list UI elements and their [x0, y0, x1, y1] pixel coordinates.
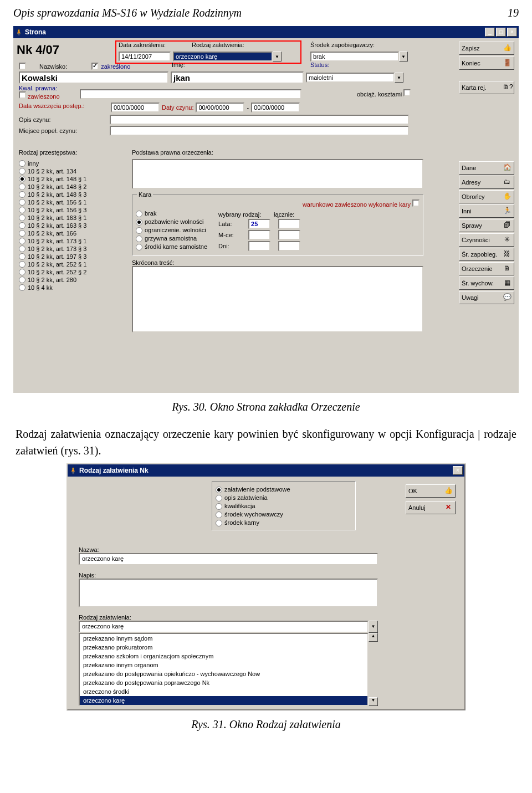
panel-button-inni[interactable]: Inni🏃 — [459, 204, 514, 218]
chevron-down-icon[interactable]: ▼ — [395, 73, 403, 83]
radio-przestepstwo[interactable]: 10 § 2 kk, art. 252 § 1 — [19, 261, 124, 268]
cancel-button[interactable]: Anuluj✕ — [406, 501, 456, 514]
panel-button-uwagi[interactable]: Uwagi💬 — [459, 291, 514, 304]
field-data-czynu-od[interactable]: 00/00/0000 — [196, 103, 244, 112]
list-item[interactable]: orzeczono karę — [80, 696, 367, 705]
list-item[interactable]: orzeczono środki — [80, 687, 367, 696]
field-skrocona[interactable] — [132, 266, 423, 332]
panel-button-adresy[interactable]: Adresy🗂 — [459, 176, 514, 189]
combo-srodek-zapobieg[interactable]: brak ▼ — [310, 52, 408, 62]
label-imie: Imię: — [172, 62, 185, 68]
minimize-button[interactable]: _ — [485, 28, 495, 37]
list-item[interactable]: przekazano innym organom — [80, 661, 367, 669]
radio-przestepstwo[interactable]: 10 § 2 kk, art. 163 § 3 — [19, 222, 124, 229]
ok-button[interactable]: OK👍 — [406, 484, 456, 498]
radio-kara[interactable]: środki karne samoistne — [136, 243, 207, 250]
chevron-down-icon[interactable]: ▼ — [273, 52, 282, 62]
field-podstawa[interactable] — [132, 159, 423, 189]
scroll-down-icon[interactable]: ▼ — [369, 697, 378, 706]
field-data-czynu-do[interactable]: 00/00/0000 — [251, 103, 300, 112]
radio-przestepstwo[interactable]: 10 § 2 kk, art. 173 § 3 — [19, 245, 124, 252]
field-dni[interactable] — [248, 241, 270, 251]
radio-przestepstwo[interactable]: 10 § 2 kk, art. 166 — [19, 230, 124, 237]
radio-zalatwienie[interactable]: załatwienie podstawowe — [216, 486, 352, 493]
radio-przestepstwo[interactable]: 10 § 4 kk — [19, 284, 124, 291]
list-item[interactable]: przekazano innym sądom — [80, 634, 367, 643]
field-imie[interactable]: jkan — [171, 71, 304, 84]
radio-przestepstwo[interactable]: 10 § 2 kk, art. 280 — [19, 277, 124, 283]
field-opis-czynu[interactable] — [110, 115, 409, 125]
radio-kara[interactable]: brak — [136, 210, 207, 217]
radio-przestepstwo[interactable]: 10 § 2 kk, art. 163 § 1 — [19, 214, 124, 221]
combo-status[interactable]: małoletni ▼ — [306, 73, 403, 83]
field-mce-lacznie[interactable] — [278, 230, 300, 240]
checkbox-obciaz[interactable] — [403, 89, 411, 96]
field-napis[interactable] — [79, 579, 378, 607]
scrollbar[interactable]: ▲ ▼ — [369, 633, 378, 706]
field-nazwisko[interactable]: Kowalski — [19, 71, 168, 84]
checkbox-warunkowo[interactable] — [412, 199, 420, 207]
panel-button-dane[interactable]: Dane🏠 — [459, 161, 514, 175]
radio-przestepstwo[interactable]: inny — [19, 160, 124, 167]
radio-przestepstwo[interactable]: 10 § 2 kk, art. 148 § 2 — [19, 183, 124, 190]
radio-icon — [19, 214, 25, 221]
chevron-down-icon[interactable]: ▼ — [399, 52, 408, 62]
panel-button-zapisz[interactable]: Zapisz👍 — [459, 42, 514, 55]
panel-button-czynno-ci[interactable]: Czynności✳ — [459, 233, 514, 247]
scroll-up-icon[interactable]: ▲ — [369, 633, 378, 642]
field-mce[interactable] — [248, 230, 270, 240]
radio-przestepstwo[interactable]: 10 § 2 kk, art. 252 § 2 — [19, 269, 124, 275]
radio-przestepstwo[interactable]: 10 § 2 kk, art. 148 § 1 — [19, 176, 124, 182]
radio-przestepstwo[interactable]: 10 § 2 kk, art. 134 — [19, 168, 124, 175]
close-button[interactable]: × — [507, 28, 517, 37]
label-warunkowo: warunkowo zawieszono wykonanie kary — [303, 201, 411, 208]
radio-przestepstwo[interactable]: 10 § 2 kk, art. 197 § 3 — [19, 253, 124, 260]
field-data-wszczecia[interactable]: 00/00/0000 — [111, 103, 160, 112]
field-lata-lacznie[interactable] — [278, 219, 300, 229]
radio-icon — [216, 511, 222, 518]
panel-button-obro-cy[interactable]: Obrońcy✋ — [459, 190, 514, 203]
combo-rodzaj-zalatwienia[interactable]: orzeczono karę ▼ — [173, 52, 282, 62]
radio-kara[interactable]: pozbawienie wolności — [136, 218, 207, 226]
radio-zalatwienie[interactable]: środek wychowawczy — [216, 511, 352, 518]
window-strona: 🧍 Strona _ □ × Zapisz👍Koniec🚪Karta rej.🗎… — [13, 26, 519, 393]
listbox-rodzaj[interactable]: przekazano innym sądomprzekazano prokura… — [79, 633, 369, 706]
radio-zalatwienie[interactable]: kwalifikacja — [216, 503, 352, 510]
list-item[interactable]: przekazano do postępowania opiekuńczo - … — [80, 669, 367, 678]
list-item[interactable]: przekazano szkołom i organizacjom społec… — [80, 652, 367, 661]
checkbox-zawieszono[interactable] — [19, 91, 26, 99]
radio-icon — [216, 487, 222, 493]
radio-przestepstwo[interactable]: 10 § 2 kk, art. 173 § 1 — [19, 238, 124, 244]
radio-kara[interactable]: grzywna samoistna — [136, 235, 207, 242]
field-kwal[interactable] — [80, 89, 301, 99]
titlebar-2[interactable]: 🧍 Rodzaj załatwienia Nk × — [68, 464, 464, 477]
checkbox-unknown[interactable] — [19, 63, 26, 70]
label-rodzaj-przestepstwa: Rodzaj przestępstwa: — [19, 149, 77, 156]
chevron-down-icon[interactable]: ▼ — [369, 621, 378, 633]
maximize-button[interactable]: □ — [496, 28, 506, 37]
field-lata[interactable]: 25 — [248, 219, 270, 229]
titlebar[interactable]: 🧍 Strona _ □ × — [13, 26, 519, 38]
radio-zalatwienie[interactable]: opis załatwienia — [216, 494, 352, 502]
radio-przestepstwo[interactable]: 10 § 2 kk, art. 156 § 1 — [19, 199, 124, 206]
field-data-zakreslenia[interactable]: 14/11/2007 — [119, 52, 171, 62]
close-button[interactable]: × — [453, 466, 463, 475]
panel-button-sprawy[interactable]: Sprawy🗐 — [459, 219, 514, 232]
radio-przestepstwo[interactable]: 10 § 2 kk, art. 148 § 3 — [19, 191, 124, 198]
combo-rodzaj-value[interactable]: orzeczono karę — [79, 621, 369, 633]
radio-zalatwienie[interactable]: środek karny — [216, 519, 352, 526]
checkbox-zakreslono[interactable] — [91, 63, 99, 70]
panel-button--r-wychow-[interactable]: Śr. wychow.▦ — [459, 277, 514, 290]
panel-button-koniec[interactable]: Koniec🚪 — [459, 57, 514, 70]
radio-przestepstwo[interactable]: 10 § 2 kk, art. 156 § 3 — [19, 207, 124, 213]
list-item[interactable]: przekazano do postępowania poprawczego N… — [80, 678, 367, 687]
radio-kara[interactable]: ograniczenie. wolności — [136, 227, 207, 234]
panel-button-orzeczenie[interactable]: Orzeczenie🗎 — [459, 262, 514, 275]
label-obciaz: obciąż. kosztami — [357, 91, 402, 98]
field-nazwa[interactable]: orzeczono karę — [79, 553, 378, 565]
panel-button-karta-rej-[interactable]: Karta rej.🗎? — [459, 81, 514, 94]
panel-button--r-zapobieg-[interactable]: Śr. zapobieg.⛓ — [459, 248, 514, 261]
list-item[interactable]: przekazano prokuratorom — [80, 643, 367, 652]
field-dni-lacznie[interactable] — [278, 241, 300, 251]
field-miejsce[interactable] — [110, 126, 409, 136]
